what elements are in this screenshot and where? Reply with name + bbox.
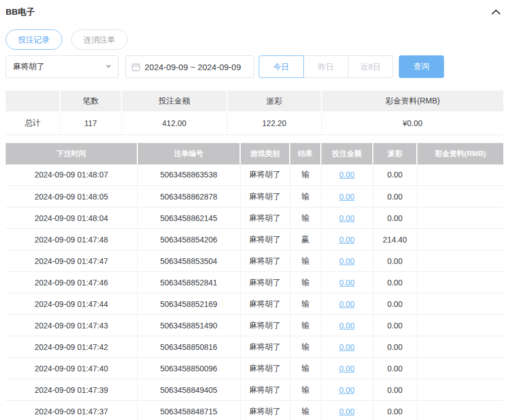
- summary-header-bet-amount: 投注金额: [121, 90, 227, 112]
- calendar-icon: [132, 63, 140, 71]
- bet-amount-link[interactable]: 0.00: [339, 321, 354, 330]
- jackpot-cell: [417, 401, 503, 420]
- payout-cell: 0.00: [373, 272, 417, 293]
- records-header-bet-time: 下注时间: [6, 143, 137, 164]
- collapse-button[interactable]: [490, 6, 502, 18]
- jackpot-cell: [417, 164, 503, 186]
- panel-header: BB电子: [6, 0, 503, 18]
- table-row: 2024-09-09 01:47:48 5063458854206 麻将胡了 赢…: [6, 229, 503, 250]
- payout-cell: 0.00: [373, 250, 417, 272]
- bet-amount-link[interactable]: 0.00: [339, 192, 354, 201]
- order-no-cell: 5063458850096: [137, 358, 240, 379]
- payout-cell: 0.00: [373, 293, 417, 315]
- summary-total-count: 117: [60, 112, 121, 135]
- jackpot-cell: [417, 293, 503, 315]
- bet-amount-cell: 0.00: [321, 272, 373, 293]
- bet-amount-link[interactable]: 0.00: [339, 407, 354, 416]
- tab-bet-records[interactable]: 投注记录: [6, 29, 62, 50]
- game-type-cell: 麻将胡了: [240, 379, 290, 401]
- jackpot-cell: [417, 272, 503, 293]
- records-header-payout: 派彩: [373, 143, 417, 164]
- result-cell: 输: [290, 358, 321, 379]
- jackpot-cell: [417, 315, 503, 336]
- bet-amount-link[interactable]: 0.00: [339, 278, 354, 287]
- caret-down-icon: [106, 65, 111, 68]
- panel-title: BB电子: [6, 7, 35, 18]
- bet-amount-link[interactable]: 0.00: [339, 235, 354, 244]
- game-type-select[interactable]: 麻将胡了: [6, 55, 119, 78]
- records-header-row: 下注时间 注单编号 游戏类别 结果 投注金额 派彩 彩金资料(RMB): [6, 143, 503, 164]
- summary-header-jackpot: 彩金资料(RMB): [321, 90, 503, 112]
- bet-time-cell: 2024-09-09 01:48:04: [6, 207, 137, 229]
- result-cell: 赢: [290, 229, 321, 250]
- table-row: 2024-09-09 01:47:39 5063458849405 麻将胡了 输…: [6, 379, 503, 401]
- summary-total-jackpot: ¥0.00: [321, 112, 503, 135]
- game-type-cell: 麻将胡了: [240, 229, 290, 250]
- payout-cell: 0.00: [373, 358, 417, 379]
- summary-header-row: 笔数 投注金额 派彩 彩金资料(RMB): [6, 90, 503, 112]
- summary-header-blank: [6, 90, 60, 112]
- bet-time-cell: 2024-09-09 01:47:46: [6, 272, 137, 293]
- table-row: 2024-09-09 01:47:47 5063458853504 麻将胡了 输…: [6, 250, 503, 272]
- quick-range-yesterday[interactable]: 昨日: [303, 55, 349, 78]
- jackpot-cell: [417, 250, 503, 272]
- bet-time-cell: 2024-09-09 01:47:37: [6, 401, 137, 420]
- jackpot-cell: [417, 336, 503, 358]
- result-cell: 输: [290, 272, 321, 293]
- table-row: 2024-09-09 01:47:46 5063458852841 麻将胡了 输…: [6, 272, 503, 293]
- game-type-cell: 麻将胡了: [240, 293, 290, 315]
- game-type-selected-value: 麻将胡了: [13, 62, 45, 72]
- game-type-cell: 麻将胡了: [240, 186, 290, 207]
- game-type-cell: 麻将胡了: [240, 336, 290, 358]
- bet-amount-link[interactable]: 0.00: [339, 386, 354, 395]
- jackpot-cell: [417, 358, 503, 379]
- payout-cell: 0.00: [373, 186, 417, 207]
- game-type-cell: 麻将胡了: [240, 164, 290, 186]
- bet-records-panel: BB电子 投注记录 连消注单 麻将胡了 2024-09-09 ~ 2024-09…: [0, 0, 509, 420]
- bet-time-cell: 2024-09-09 01:47:47: [6, 250, 137, 272]
- result-cell: 输: [290, 379, 321, 401]
- quick-range-last8days[interactable]: 近8日: [348, 55, 393, 78]
- bet-amount-link[interactable]: 0.00: [339, 257, 354, 266]
- records-header-bet-amount: 投注金额: [321, 143, 373, 164]
- bet-amount-link[interactable]: 0.00: [339, 300, 354, 309]
- bet-amount-cell: 0.00: [321, 164, 373, 186]
- date-range-value: 2024-09-09 ~ 2024-09-09: [145, 62, 241, 72]
- summary-table: 笔数 投注金额 派彩 彩金资料(RMB) 总计 117 412.00 122.2…: [6, 90, 503, 135]
- table-row: 2024-09-09 01:47:43 5063458851490 麻将胡了 输…: [6, 315, 503, 336]
- summary-total-bet-amount: 412.00: [121, 112, 227, 135]
- game-type-cell: 麻将胡了: [240, 315, 290, 336]
- date-range-input[interactable]: 2024-09-09 ~ 2024-09-09: [125, 55, 254, 78]
- table-row: 2024-09-09 01:47:37 5063458848715 麻将胡了 输…: [6, 401, 503, 420]
- bet-amount-link[interactable]: 0.00: [339, 364, 354, 373]
- result-cell: 输: [290, 315, 321, 336]
- table-row: 2024-09-09 01:48:07 5063458863538 麻将胡了 输…: [6, 164, 503, 186]
- bet-time-cell: 2024-09-09 01:47:44: [6, 293, 137, 315]
- bet-time-cell: 2024-09-09 01:47:48: [6, 229, 137, 250]
- records-header-game-type: 游戏类别: [240, 143, 290, 164]
- quick-range-today[interactable]: 今日: [259, 55, 304, 78]
- result-cell: 输: [290, 336, 321, 358]
- bet-amount-link[interactable]: 0.00: [339, 343, 354, 352]
- order-no-cell: 5063458851490: [137, 315, 240, 336]
- bet-time-cell: 2024-09-09 01:48:05: [6, 186, 137, 207]
- summary-total-payout: 122.20: [227, 112, 321, 135]
- order-no-cell: 5063458849405: [137, 379, 240, 401]
- records-body: 2024-09-09 01:48:07 5063458863538 麻将胡了 输…: [6, 164, 503, 420]
- table-row: 2024-09-09 01:47:44 5063458852169 麻将胡了 输…: [6, 293, 503, 315]
- tab-cancelled-orders[interactable]: 连消注单: [71, 29, 128, 50]
- tabs: 投注记录 连消注单: [6, 29, 503, 50]
- query-button[interactable]: 查询: [399, 55, 444, 78]
- bet-amount-cell: 0.00: [321, 229, 373, 250]
- jackpot-cell: [417, 207, 503, 229]
- table-row: 2024-09-09 01:47:40 5063458850096 麻将胡了 输…: [6, 358, 503, 379]
- bet-amount-link[interactable]: 0.00: [339, 214, 354, 223]
- bet-time-cell: 2024-09-09 01:47:42: [6, 336, 137, 358]
- order-no-cell: 5063458862145: [137, 207, 240, 229]
- payout-cell: 0.00: [373, 401, 417, 420]
- order-no-cell: 5063458862878: [137, 186, 240, 207]
- bet-time-cell: 2024-09-09 01:47:40: [6, 358, 137, 379]
- jackpot-cell: [417, 379, 503, 401]
- bet-amount-link[interactable]: 0.00: [339, 170, 354, 179]
- payout-cell: 0.00: [373, 336, 417, 358]
